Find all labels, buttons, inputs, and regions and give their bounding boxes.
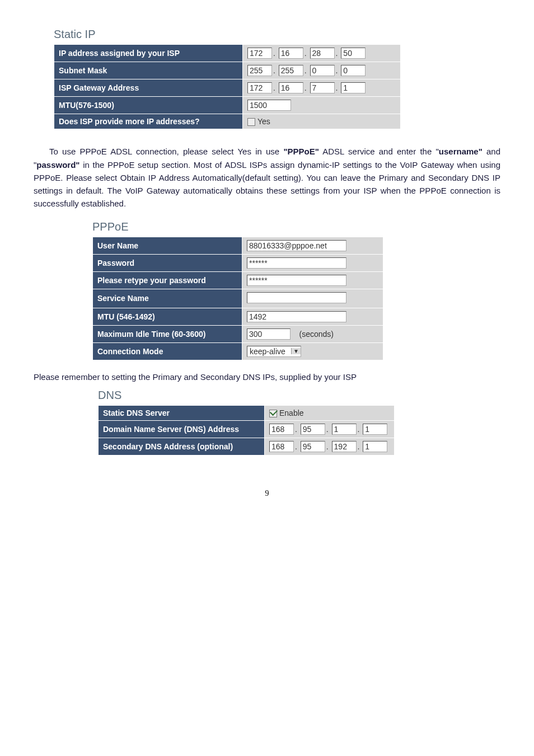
gw-value: 172. 16. 7. 1 [243, 79, 401, 97]
pppoe-mtu-input[interactable]: 1492 [247, 311, 346, 322]
idle-unit: (seconds) [299, 330, 334, 339]
static-dns-value: Enable [265, 405, 395, 420]
pass-label: Password [93, 254, 242, 271]
user-label: User Name [93, 237, 242, 254]
primary-octet-1[interactable]: 168 [269, 424, 294, 435]
mtu-label: MTU(576-1500) [54, 97, 243, 114]
secondary-octet-4[interactable]: 1 [363, 441, 387, 452]
user-input[interactable]: 88016333@pppoe.net [247, 240, 346, 251]
mask-label: Subnet Mask [54, 62, 243, 79]
static-dns-label: Static DNS Server [99, 405, 265, 420]
primary-dns-label: Domain Name Server (DNS) Address [99, 421, 265, 438]
enable-checkbox[interactable] [269, 410, 277, 417]
page-number: 9 [34, 489, 500, 498]
secondary-octet-3[interactable]: 192 [332, 441, 357, 452]
mode-label: Connection Mode [93, 342, 242, 360]
idle-label: Maximum Idle Time (60-3600) [93, 325, 242, 342]
pppoe-mtu-label: MTU (546-1492) [93, 308, 242, 325]
primary-octet-2[interactable]: 95 [301, 424, 325, 435]
mask-octet-2[interactable]: 255 [279, 65, 303, 76]
paragraph-dns-note: Please remember to setting the Primary a… [34, 370, 500, 383]
secondary-octet-2[interactable]: 95 [301, 441, 325, 452]
idle-value: 300 (seconds) [242, 325, 383, 342]
mask-octet-4[interactable]: 0 [341, 65, 366, 76]
mtu-input[interactable]: 1500 [247, 100, 291, 111]
pppoe-title: PPPoE [92, 220, 500, 233]
mask-octet-3[interactable]: 0 [310, 65, 335, 76]
mode-value: keep-alive ▼ [242, 342, 383, 360]
static-ip-title: Static IP [54, 28, 500, 41]
repass-label: Please retype your password [93, 271, 242, 289]
pass-input[interactable]: ****** [247, 257, 346, 269]
more-value: Yes [243, 114, 401, 129]
more-checkbox[interactable] [247, 118, 255, 126]
mode-select[interactable]: keep-alive ▼ [247, 346, 301, 357]
repass-value: ****** [242, 271, 383, 289]
pppoe-mtu-value: 1492 [242, 308, 383, 325]
mtu-value: 1500 [243, 97, 401, 114]
gw-octet-1[interactable]: 172 [247, 82, 272, 93]
primary-dns-value: 168. 95. 1. 1 [265, 421, 395, 438]
ip-octet-2[interactable]: 16 [279, 48, 303, 59]
gw-octet-4[interactable]: 1 [341, 82, 366, 93]
enable-text: Enable [279, 408, 304, 417]
more-text: Yes [257, 117, 270, 126]
ip-value: 172. 16. 28. 50 [243, 45, 401, 62]
more-label: Does ISP provide more IP addresses? [54, 114, 243, 129]
repass-input[interactable]: ****** [247, 275, 346, 286]
ip-octet-3[interactable]: 28 [310, 48, 335, 59]
gw-octet-2[interactable]: 16 [279, 82, 303, 93]
gw-octet-3[interactable]: 7 [310, 82, 335, 93]
user-value: 88016333@pppoe.net [242, 237, 383, 254]
gw-label: ISP Gateway Address [54, 79, 243, 97]
ip-octet-4[interactable]: 50 [341, 48, 366, 59]
secondary-dns-value: 168. 95. 192. 1 [265, 438, 395, 456]
primary-octet-4[interactable]: 1 [363, 424, 387, 435]
secondary-octet-1[interactable]: 168 [269, 441, 294, 452]
pass-value: ****** [242, 254, 383, 271]
mask-octet-1[interactable]: 255 [247, 65, 272, 76]
dns-table: Static DNS Server Enable Domain Name Ser… [98, 405, 395, 456]
idle-input[interactable]: 300 [247, 328, 291, 340]
pppoe-table: User Name 88016333@pppoe.net Password **… [92, 237, 383, 360]
svc-label: Service Name [93, 289, 242, 308]
ip-octet-1[interactable]: 172 [247, 48, 272, 59]
ip-label: IP address assigned by your ISP [54, 45, 243, 62]
static-ip-table: IP address assigned by your ISP 172. 16.… [54, 44, 401, 129]
primary-octet-3[interactable]: 1 [332, 424, 357, 435]
chevron-down-icon: ▼ [291, 348, 301, 354]
svc-input[interactable] [247, 292, 346, 303]
mode-select-value: keep-alive [247, 346, 291, 356]
paragraph-pppoe-setup: To use PPPoE ADSL connection, please sel… [34, 145, 500, 210]
secondary-dns-label: Secondary DNS Address (optional) [99, 438, 265, 456]
dns-title: DNS [98, 389, 500, 402]
mask-value: 255. 255. 0. 0 [243, 62, 401, 79]
svc-value [242, 289, 383, 308]
